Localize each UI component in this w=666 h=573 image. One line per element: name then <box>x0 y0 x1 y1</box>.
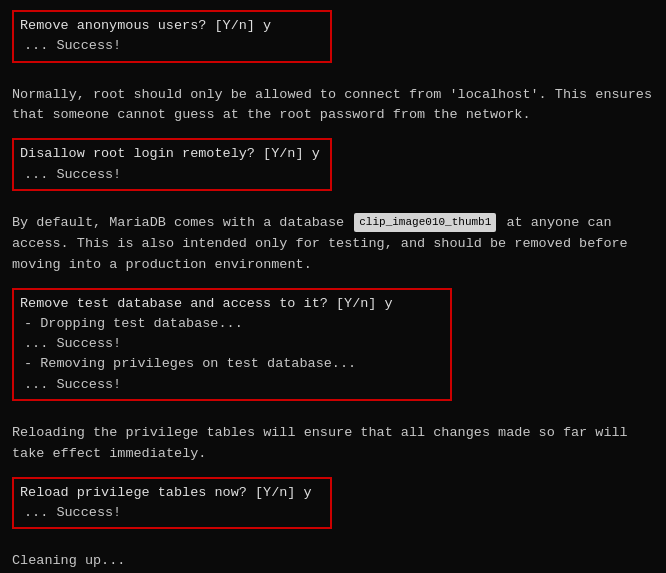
drop-test-db-line: - Dropping test database... <box>20 314 444 334</box>
section-anonymous-users: Remove anonymous users? [Y/n] y ... Succ… <box>12 10 654 73</box>
section-root-login: Disallow root login remotely? [Y/n] y ..… <box>12 138 654 201</box>
prompt-box-root-login: Disallow root login remotely? [Y/n] y ..… <box>12 138 332 191</box>
success-remove-privileges: ... Success! <box>20 375 444 395</box>
success-anonymous-users: ... Success! <box>20 36 324 56</box>
prompt-disallow-root: Disallow root login remotely? [Y/n] y <box>20 144 324 164</box>
paragraph-test-database-info: By default, MariaDB comes with a databas… <box>12 213 654 276</box>
success-reload: ... Success! <box>20 503 324 523</box>
section-reload-privileges: Reload privilege tables now? [Y/n] y ...… <box>12 477 654 540</box>
paragraph-reload-info: Reloading the privilege tables will ensu… <box>12 423 654 465</box>
paragraph-localhost: Normally, root should only be allowed to… <box>12 85 654 127</box>
paragraph-cleaning-up: Cleaning up... <box>12 551 654 572</box>
text-before-tooltip: By default, MariaDB comes with a databas… <box>12 215 352 230</box>
section-remove-test-db: Remove test database and access to it? [… <box>12 288 654 411</box>
prompt-remove-test-db: Remove test database and access to it? [… <box>20 294 444 314</box>
prompt-box-anonymous: Remove anonymous users? [Y/n] y ... Succ… <box>12 10 332 63</box>
prompt-box-test-db: Remove test database and access to it? [… <box>12 288 452 401</box>
prompt-anonymous-users: Remove anonymous users? [Y/n] y <box>20 16 324 36</box>
prompt-reload-tables: Reload privilege tables now? [Y/n] y <box>20 483 324 503</box>
terminal-window: Remove anonymous users? [Y/n] y ... Succ… <box>12 10 654 573</box>
success-drop-test-db: ... Success! <box>20 334 444 354</box>
tooltip-chip: clip_image010_thumb1 <box>354 213 496 232</box>
success-root-login: ... Success! <box>20 165 324 185</box>
prompt-box-reload: Reload privilege tables now? [Y/n] y ...… <box>12 477 332 530</box>
remove-privileges-line: - Removing privileges on test database..… <box>20 354 444 374</box>
